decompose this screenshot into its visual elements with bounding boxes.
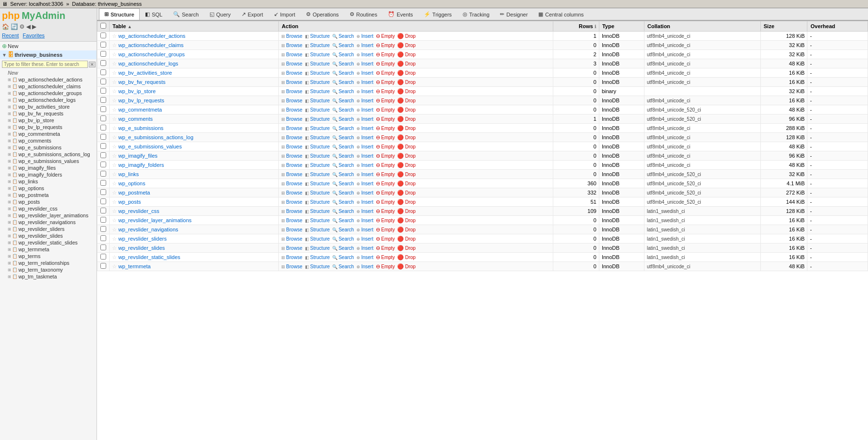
structure-link[interactable]: Structure bbox=[310, 190, 330, 196]
browse-link[interactable]: Browse bbox=[286, 236, 302, 242]
insert-link[interactable]: Insert bbox=[361, 70, 373, 76]
empty-link[interactable]: Empty bbox=[381, 70, 395, 76]
row-checkbox[interactable] bbox=[100, 235, 106, 241]
insert-link[interactable]: Insert bbox=[361, 135, 373, 140]
table-name-link[interactable]: wp_actionscheduler_groups bbox=[118, 51, 185, 57]
star-icon[interactable]: ☆ bbox=[112, 107, 117, 113]
insert-link[interactable]: Insert bbox=[361, 126, 373, 131]
drop-link[interactable]: Drop bbox=[405, 107, 416, 113]
insert-link[interactable]: Insert bbox=[361, 181, 373, 186]
search-link[interactable]: Search bbox=[338, 236, 354, 242]
structure-link[interactable]: Structure bbox=[310, 209, 330, 214]
insert-link[interactable]: Insert bbox=[361, 33, 373, 39]
browse-link[interactable]: Browse bbox=[286, 80, 302, 85]
search-link[interactable]: Search bbox=[338, 144, 354, 149]
sidebar-table-item[interactable]: ⊞ 📋 wp_options bbox=[0, 185, 96, 192]
drop-link[interactable]: Drop bbox=[405, 227, 416, 232]
empty-link[interactable]: Empty bbox=[381, 43, 395, 48]
insert-link[interactable]: Insert bbox=[361, 163, 373, 168]
tab-tracking[interactable]: ◎ Tracking bbox=[457, 8, 495, 20]
drop-link[interactable]: Drop bbox=[405, 153, 416, 159]
tab-query[interactable]: ◱ Query bbox=[204, 8, 236, 20]
sidebar-table-item[interactable]: ⊞ 📋 wp_postmeta bbox=[0, 192, 96, 198]
drop-link[interactable]: Drop bbox=[405, 190, 416, 196]
row-checkbox[interactable] bbox=[100, 115, 106, 121]
search-link[interactable]: Search bbox=[338, 172, 354, 177]
search-link[interactable]: Search bbox=[338, 89, 354, 94]
table-name-link[interactable]: wp_bv_lp_requests bbox=[118, 98, 164, 103]
search-link[interactable]: Search bbox=[338, 107, 354, 113]
search-link[interactable]: Search bbox=[338, 181, 354, 186]
browse-link[interactable]: Browse bbox=[286, 144, 302, 149]
table-name-link[interactable]: wp_e_submissions_actions_log bbox=[118, 134, 193, 140]
empty-link[interactable]: Empty bbox=[381, 172, 395, 177]
drop-link[interactable]: Drop bbox=[405, 255, 416, 260]
sidebar-table-item[interactable]: ⊞ 📋 wp_tm_taskmeta bbox=[0, 273, 96, 280]
row-checkbox-cell[interactable] bbox=[97, 179, 110, 188]
structure-link[interactable]: Structure bbox=[310, 33, 330, 39]
row-checkbox-cell[interactable] bbox=[97, 78, 110, 87]
browse-link[interactable]: Browse bbox=[286, 89, 302, 94]
table-name-link[interactable]: wp_revslider_slides bbox=[118, 245, 165, 251]
row-checkbox-cell[interactable] bbox=[97, 87, 110, 96]
row-checkbox-cell[interactable] bbox=[97, 161, 110, 170]
browse-link[interactable]: Browse bbox=[286, 52, 302, 57]
browse-link[interactable]: Browse bbox=[286, 172, 302, 177]
recent-link[interactable]: Recent bbox=[2, 33, 19, 38]
insert-link[interactable]: Insert bbox=[361, 172, 373, 177]
browse-link[interactable]: Browse bbox=[286, 227, 302, 232]
search-link[interactable]: Search bbox=[338, 98, 354, 103]
search-link[interactable]: Search bbox=[338, 33, 354, 39]
insert-link[interactable]: Insert bbox=[361, 89, 373, 94]
structure-link[interactable]: Structure bbox=[310, 227, 330, 232]
row-checkbox-cell[interactable] bbox=[97, 262, 110, 271]
tab-sql[interactable]: ◧ SQL bbox=[140, 8, 168, 20]
insert-link[interactable]: Insert bbox=[361, 144, 373, 149]
table-name-link[interactable]: wp_actionscheduler_actions bbox=[118, 33, 185, 39]
sidebar-table-item[interactable]: ⊞ 📋 wp_revslider_navigations bbox=[0, 219, 96, 226]
row-checkbox-cell[interactable] bbox=[97, 151, 110, 161]
sidebar-table-item[interactable]: ⊞ 📋 wp_revslider_static_slides bbox=[0, 239, 96, 246]
sidebar-table-item[interactable]: ⊞ 📋 wp_termmeta bbox=[0, 246, 96, 253]
browse-link[interactable]: Browse bbox=[286, 209, 302, 214]
table-name-link[interactable]: wp_actionscheduler_claims bbox=[118, 42, 184, 48]
row-checkbox-cell[interactable] bbox=[97, 96, 110, 105]
row-checkbox[interactable] bbox=[100, 263, 106, 269]
structure-link[interactable]: Structure bbox=[310, 89, 330, 94]
empty-link[interactable]: Empty bbox=[381, 107, 395, 113]
search-link[interactable]: Search bbox=[338, 70, 354, 76]
star-icon[interactable]: ☆ bbox=[112, 171, 117, 177]
star-icon[interactable]: ☆ bbox=[112, 263, 117, 269]
empty-link[interactable]: Empty bbox=[381, 61, 395, 66]
sidebar-table-item[interactable]: ⊞ 📋 wp_e_submissions_actions_log bbox=[0, 151, 96, 158]
table-name-link[interactable]: wp_imagify_folders bbox=[118, 162, 164, 168]
insert-link[interactable]: Insert bbox=[361, 61, 373, 66]
table-name-link[interactable]: wp_commentmeta bbox=[118, 107, 162, 113]
row-checkbox[interactable] bbox=[100, 189, 106, 195]
sidebar-scroll[interactable]: ⊕ New ▼ 🗄 thrivewp_business ✕ New ⊞ 📋 bbox=[0, 42, 96, 440]
insert-link[interactable]: Insert bbox=[361, 264, 373, 269]
row-checkbox-cell[interactable] bbox=[97, 142, 110, 151]
browse-link[interactable]: Browse bbox=[286, 43, 302, 48]
browse-link[interactable]: Browse bbox=[286, 33, 302, 39]
structure-link[interactable]: Structure bbox=[310, 126, 330, 131]
structure-link[interactable]: Structure bbox=[310, 98, 330, 103]
structure-link[interactable]: Structure bbox=[310, 199, 330, 205]
browse-link[interactable]: Browse bbox=[286, 98, 302, 103]
drop-link[interactable]: Drop bbox=[405, 61, 416, 66]
row-checkbox-cell[interactable] bbox=[97, 225, 110, 234]
empty-link[interactable]: Empty bbox=[381, 190, 395, 196]
drop-link[interactable]: Drop bbox=[405, 245, 416, 251]
sidebar-table-item[interactable]: ⊞ 📋 wp_bv_lp_requests bbox=[0, 124, 96, 130]
star-icon[interactable]: ☆ bbox=[112, 208, 117, 214]
insert-link[interactable]: Insert bbox=[361, 107, 373, 113]
sidebar-table-item[interactable]: ⊞ 📋 wp_bv_fw_requests bbox=[0, 110, 96, 117]
structure-link[interactable]: Structure bbox=[310, 61, 330, 66]
sidebar-table-item[interactable]: ⊞ 📋 wp_revslider_css bbox=[0, 205, 96, 212]
star-icon[interactable]: ☆ bbox=[112, 61, 117, 66]
insert-link[interactable]: Insert bbox=[361, 209, 373, 214]
tab-central-columns[interactable]: ▦ Central columns bbox=[533, 8, 589, 20]
empty-link[interactable]: Empty bbox=[381, 33, 395, 39]
browse-link[interactable]: Browse bbox=[286, 126, 302, 131]
insert-link[interactable]: Insert bbox=[361, 190, 373, 196]
